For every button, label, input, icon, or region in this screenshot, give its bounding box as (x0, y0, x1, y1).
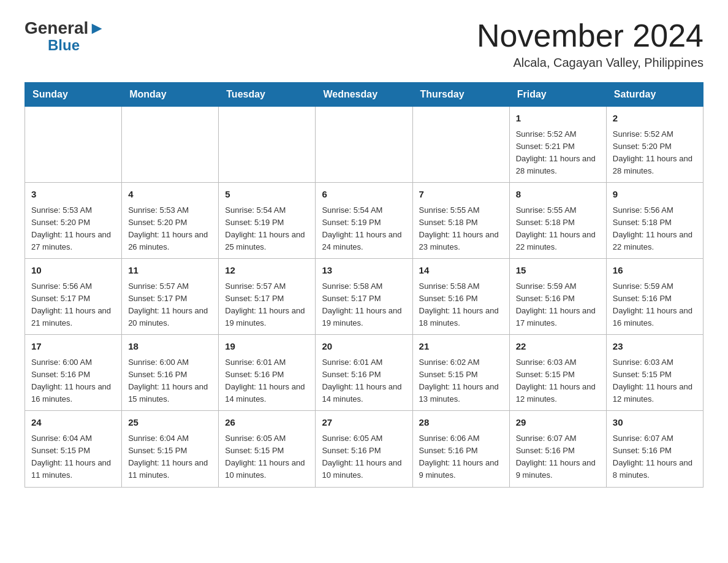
day-info: Sunrise: 6:04 AMSunset: 5:15 PMDaylight:… (31, 432, 115, 482)
calendar-cell: 21Sunrise: 6:02 AMSunset: 5:15 PMDayligh… (412, 335, 509, 411)
day-number: 19 (225, 340, 309, 354)
calendar-cell (412, 107, 509, 183)
day-number: 21 (419, 340, 503, 354)
day-number: 1 (516, 112, 600, 126)
day-info: Sunrise: 6:05 AMSunset: 5:16 PMDaylight:… (322, 432, 406, 482)
calendar-cell: 26Sunrise: 6:05 AMSunset: 5:15 PMDayligh… (219, 411, 316, 487)
day-number: 11 (128, 264, 212, 278)
header-thursday: Thursday (412, 83, 509, 107)
day-info: Sunrise: 5:54 AMSunset: 5:19 PMDaylight:… (225, 204, 309, 254)
calendar-cell: 3Sunrise: 5:53 AMSunset: 5:20 PMDaylight… (25, 183, 122, 259)
header-saturday: Saturday (606, 83, 703, 107)
day-info: Sunrise: 6:04 AMSunset: 5:15 PMDaylight:… (128, 432, 212, 482)
calendar-cell: 16Sunrise: 5:59 AMSunset: 5:16 PMDayligh… (606, 259, 703, 335)
calendar-cell: 14Sunrise: 5:58 AMSunset: 5:16 PMDayligh… (412, 259, 509, 335)
calendar-week-3: 10Sunrise: 5:56 AMSunset: 5:17 PMDayligh… (25, 259, 703, 335)
calendar-cell: 6Sunrise: 5:54 AMSunset: 5:19 PMDaylight… (316, 183, 412, 259)
day-number: 23 (613, 340, 697, 354)
calendar-week-5: 24Sunrise: 6:04 AMSunset: 5:15 PMDayligh… (25, 411, 703, 487)
calendar-cell: 2Sunrise: 5:52 AMSunset: 5:20 PMDaylight… (606, 107, 703, 183)
calendar-cell (316, 107, 412, 183)
header-friday: Friday (509, 83, 606, 107)
calendar-week-2: 3Sunrise: 5:53 AMSunset: 5:20 PMDaylight… (25, 183, 703, 259)
calendar-cell: 11Sunrise: 5:57 AMSunset: 5:17 PMDayligh… (122, 259, 219, 335)
day-info: Sunrise: 6:01 AMSunset: 5:16 PMDaylight:… (322, 356, 406, 406)
day-info: Sunrise: 6:01 AMSunset: 5:16 PMDaylight:… (225, 356, 309, 406)
calendar-week-1: 1Sunrise: 5:52 AMSunset: 5:21 PMDaylight… (25, 107, 703, 183)
calendar-cell: 22Sunrise: 6:03 AMSunset: 5:15 PMDayligh… (509, 335, 606, 411)
day-info: Sunrise: 5:59 AMSunset: 5:16 PMDaylight:… (516, 280, 600, 330)
day-number: 25 (128, 416, 212, 430)
header-wednesday: Wednesday (316, 83, 412, 107)
day-number: 6 (322, 188, 406, 202)
header-monday: Monday (122, 83, 219, 107)
calendar-body: 1Sunrise: 5:52 AMSunset: 5:21 PMDaylight… (25, 107, 703, 487)
logo-general-blue: ► (88, 18, 105, 37)
calendar-subtitle: Alcala, Cagayan Valley, Philippines (477, 56, 703, 70)
day-info: Sunrise: 6:07 AMSunset: 5:16 PMDaylight:… (516, 432, 600, 482)
day-info: Sunrise: 6:00 AMSunset: 5:16 PMDaylight:… (31, 356, 115, 406)
calendar-cell: 19Sunrise: 6:01 AMSunset: 5:16 PMDayligh… (219, 335, 316, 411)
calendar-cell: 7Sunrise: 5:55 AMSunset: 5:18 PMDaylight… (412, 183, 509, 259)
calendar-cell (122, 107, 219, 183)
calendar-cell: 15Sunrise: 5:59 AMSunset: 5:16 PMDayligh… (509, 259, 606, 335)
calendar-cell (219, 107, 316, 183)
day-info: Sunrise: 6:07 AMSunset: 5:16 PMDaylight:… (613, 432, 697, 482)
calendar-cell: 29Sunrise: 6:07 AMSunset: 5:16 PMDayligh… (509, 411, 606, 487)
title-block: November 2024 Alcala, Cagayan Valley, Ph… (477, 18, 703, 70)
day-info: Sunrise: 5:52 AMSunset: 5:20 PMDaylight:… (613, 128, 697, 178)
calendar-cell: 1Sunrise: 5:52 AMSunset: 5:21 PMDaylight… (509, 107, 606, 183)
day-number: 4 (128, 188, 212, 202)
calendar-cell: 24Sunrise: 6:04 AMSunset: 5:15 PMDayligh… (25, 411, 122, 487)
header-sunday: Sunday (25, 83, 122, 107)
calendar-title: November 2024 (477, 18, 703, 53)
calendar-cell: 25Sunrise: 6:04 AMSunset: 5:15 PMDayligh… (122, 411, 219, 487)
day-info: Sunrise: 5:52 AMSunset: 5:21 PMDaylight:… (516, 128, 600, 178)
day-number: 17 (31, 340, 115, 354)
day-number: 2 (613, 112, 697, 126)
calendar-header: Sunday Monday Tuesday Wednesday Thursday… (25, 83, 703, 107)
day-info: Sunrise: 5:57 AMSunset: 5:17 PMDaylight:… (128, 280, 212, 330)
day-number: 14 (419, 264, 503, 278)
day-number: 27 (322, 416, 406, 430)
calendar-cell: 10Sunrise: 5:56 AMSunset: 5:17 PMDayligh… (25, 259, 122, 335)
day-number: 29 (516, 416, 600, 430)
day-info: Sunrise: 6:00 AMSunset: 5:16 PMDaylight:… (128, 356, 212, 406)
calendar-cell (25, 107, 122, 183)
day-info: Sunrise: 5:53 AMSunset: 5:20 PMDaylight:… (31, 204, 115, 254)
calendar-cell: 12Sunrise: 5:57 AMSunset: 5:17 PMDayligh… (219, 259, 316, 335)
calendar-cell: 27Sunrise: 6:05 AMSunset: 5:16 PMDayligh… (316, 411, 412, 487)
calendar-cell: 30Sunrise: 6:07 AMSunset: 5:16 PMDayligh… (606, 411, 703, 487)
calendar-cell: 23Sunrise: 6:03 AMSunset: 5:15 PMDayligh… (606, 335, 703, 411)
calendar-cell: 5Sunrise: 5:54 AMSunset: 5:19 PMDaylight… (219, 183, 316, 259)
day-number: 28 (419, 416, 503, 430)
day-number: 8 (516, 188, 600, 202)
day-number: 16 (613, 264, 697, 278)
day-number: 5 (225, 188, 309, 202)
day-number: 13 (322, 264, 406, 278)
calendar-week-4: 17Sunrise: 6:00 AMSunset: 5:16 PMDayligh… (25, 335, 703, 411)
day-number: 12 (225, 264, 309, 278)
day-info: Sunrise: 5:57 AMSunset: 5:17 PMDaylight:… (225, 280, 309, 330)
calendar-cell: 9Sunrise: 5:56 AMSunset: 5:18 PMDaylight… (606, 183, 703, 259)
day-info: Sunrise: 5:53 AMSunset: 5:20 PMDaylight:… (128, 204, 212, 254)
day-number: 24 (31, 416, 115, 430)
day-info: Sunrise: 5:54 AMSunset: 5:19 PMDaylight:… (322, 204, 406, 254)
calendar-cell: 13Sunrise: 5:58 AMSunset: 5:17 PMDayligh… (316, 259, 412, 335)
day-info: Sunrise: 5:59 AMSunset: 5:16 PMDaylight:… (613, 280, 697, 330)
calendar-cell: 17Sunrise: 6:00 AMSunset: 5:16 PMDayligh… (25, 335, 122, 411)
page-header: General► Blue November 2024 Alcala, Caga… (25, 18, 703, 70)
day-number: 30 (613, 416, 697, 430)
day-info: Sunrise: 5:56 AMSunset: 5:18 PMDaylight:… (613, 204, 697, 254)
day-number: 15 (516, 264, 600, 278)
day-number: 26 (225, 416, 309, 430)
day-info: Sunrise: 5:58 AMSunset: 5:16 PMDaylight:… (419, 280, 503, 330)
day-number: 3 (31, 188, 115, 202)
day-number: 22 (516, 340, 600, 354)
day-info: Sunrise: 6:05 AMSunset: 5:15 PMDaylight:… (225, 432, 309, 482)
day-number: 20 (322, 340, 406, 354)
calendar-cell: 28Sunrise: 6:06 AMSunset: 5:16 PMDayligh… (412, 411, 509, 487)
logo-blue-text: Blue (48, 38, 80, 53)
calendar-cell: 4Sunrise: 5:53 AMSunset: 5:20 PMDaylight… (122, 183, 219, 259)
calendar-table: Sunday Monday Tuesday Wednesday Thursday… (25, 82, 703, 487)
